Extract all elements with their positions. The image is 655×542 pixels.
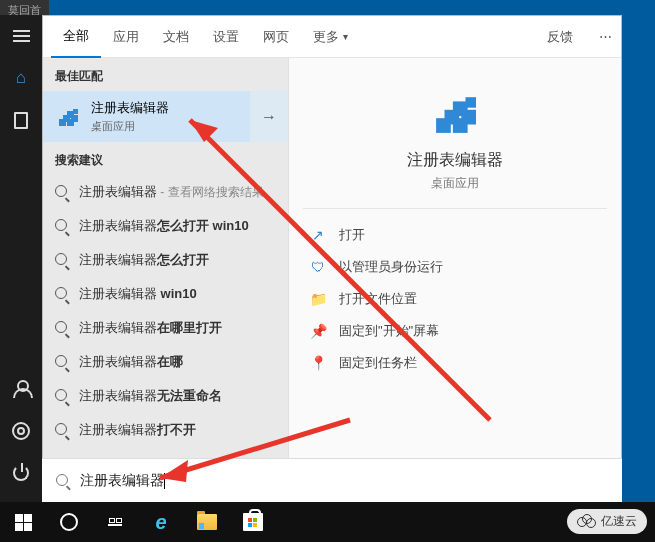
search-icon — [55, 185, 69, 199]
action-admin-label: 以管理员身份运行 — [339, 258, 443, 276]
best-match-label: 最佳匹配 — [43, 58, 288, 91]
detail-pane: 注册表编辑器 桌面应用 ↗打开 🛡以管理员身份运行 📁打开文件位置 📌固定到"开… — [288, 58, 621, 501]
suggestion-text: 注册表编辑器在哪里打开 — [79, 319, 222, 337]
action-pin-start[interactable]: 📌固定到"开始"屏幕 — [303, 315, 607, 347]
search-icon — [55, 355, 69, 369]
search-icon — [55, 253, 69, 267]
suggestion-item[interactable]: 注册表编辑器怎么打开 win10 — [43, 209, 288, 243]
detail-subtitle: 桌面应用 — [431, 175, 479, 192]
detail-title: 注册表编辑器 — [407, 150, 503, 171]
regedit-icon — [53, 102, 83, 132]
suggestion-item[interactable]: 注册表编辑器打不开 — [43, 413, 288, 447]
desktop: ⌂ 全部 应用 文档 设置 网页 更多 反馈 ⋯ 最佳匹配 — [0, 0, 655, 542]
action-pintb-label: 固定到任务栏 — [339, 354, 417, 372]
tab-settings[interactable]: 设置 — [201, 16, 251, 58]
search-panel: 全部 应用 文档 设置 网页 更多 反馈 ⋯ 最佳匹配 注册表编辑器 桌面应用 … — [42, 15, 622, 502]
action-pinstart-label: 固定到"开始"屏幕 — [339, 322, 439, 340]
suggestion-text: 注册表编辑器 win10 — [79, 285, 197, 303]
tab-all[interactable]: 全部 — [51, 16, 101, 58]
search-icon — [55, 389, 69, 403]
tab-more[interactable]: 更多 — [301, 16, 360, 58]
action-pin-taskbar[interactable]: 📍固定到任务栏 — [303, 347, 607, 379]
detail-app-icon — [442, 82, 468, 150]
start-sidebar: ⌂ — [0, 15, 42, 502]
search-icon — [56, 474, 70, 488]
action-run-admin[interactable]: 🛡以管理员身份运行 — [303, 251, 607, 283]
hamburger-icon[interactable] — [0, 15, 42, 57]
action-open-location[interactable]: 📁打开文件位置 — [303, 283, 607, 315]
action-location-label: 打开文件位置 — [339, 290, 417, 308]
folder-icon: 📁 — [309, 291, 327, 307]
suggestion-text: 注册表编辑器 - 查看网络搜索结果 — [79, 183, 264, 201]
suggestion-item[interactable]: 注册表编辑器在哪里打开 — [43, 311, 288, 345]
search-input-row[interactable]: 注册表编辑器 — [42, 458, 622, 502]
pin-start-icon: 📌 — [309, 323, 327, 339]
home-icon[interactable]: ⌂ — [0, 57, 42, 99]
pin-taskbar-icon: 📍 — [309, 355, 327, 371]
search-icon — [55, 287, 69, 301]
suggestion-item[interactable]: 注册表编辑器 win10 — [43, 277, 288, 311]
tab-apps[interactable]: 应用 — [101, 16, 151, 58]
search-icon — [55, 219, 69, 233]
user-icon[interactable] — [0, 368, 42, 410]
suggestion-text: 注册表编辑器怎么打开 — [79, 251, 209, 269]
action-open-label: 打开 — [339, 226, 365, 244]
tab-docs[interactable]: 文档 — [151, 16, 201, 58]
taskview-button[interactable] — [94, 502, 136, 542]
search-icon — [55, 321, 69, 335]
suggestion-item[interactable]: 注册表编辑器在哪 — [43, 345, 288, 379]
best-match-item[interactable]: 注册表编辑器 桌面应用 → — [43, 91, 288, 142]
search-input[interactable]: 注册表编辑器 — [80, 472, 165, 490]
action-open[interactable]: ↗打开 — [303, 219, 607, 251]
taskbar: e — [0, 502, 655, 542]
tab-web[interactable]: 网页 — [251, 16, 301, 58]
power-icon[interactable] — [0, 452, 42, 494]
shield-icon: 🛡 — [309, 259, 327, 275]
suggestion-text: 注册表编辑器无法重命名 — [79, 387, 222, 405]
results-list: 最佳匹配 注册表编辑器 桌面应用 → 搜索建议 注册表编辑器 - 查看网络搜索结… — [43, 58, 288, 501]
settings-icon[interactable] — [0, 410, 42, 452]
suggestion-item[interactable]: 注册表编辑器怎么打开 — [43, 243, 288, 277]
ie-button[interactable]: e — [140, 502, 182, 542]
cortana-button[interactable] — [48, 502, 90, 542]
explorer-button[interactable] — [186, 502, 228, 542]
feedback-link[interactable]: 反馈 — [533, 28, 587, 46]
suggestions-label: 搜索建议 — [43, 142, 288, 175]
suggestion-item[interactable]: 注册表编辑器无法重命名 — [43, 379, 288, 413]
suggestion-text: 注册表编辑器在哪 — [79, 353, 183, 371]
search-icon — [55, 423, 69, 437]
open-icon: ↗ — [309, 227, 327, 243]
store-button[interactable] — [232, 502, 274, 542]
start-button[interactable] — [2, 502, 44, 542]
documents-icon[interactable] — [0, 99, 42, 141]
suggestion-item[interactable]: 注册表编辑器 - 查看网络搜索结果 — [43, 175, 288, 209]
more-menu-icon[interactable]: ⋯ — [599, 29, 613, 44]
watermark: 亿速云 — [567, 509, 647, 534]
suggestion-text: 注册表编辑器打不开 — [79, 421, 196, 439]
expand-arrow-icon[interactable]: → — [250, 91, 288, 142]
suggestion-text: 注册表编辑器怎么打开 win10 — [79, 217, 249, 235]
filter-tabs: 全部 应用 文档 设置 网页 更多 反馈 ⋯ — [43, 16, 621, 58]
